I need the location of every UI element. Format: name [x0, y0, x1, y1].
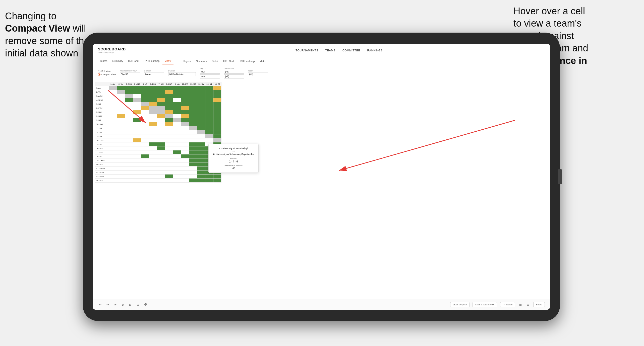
matrix-cell[interactable] [117, 170, 125, 175]
matrix-cell[interactable] [117, 130, 125, 134]
tab-h2h-heatmap1[interactable]: H2H Heatmap [142, 58, 161, 64]
matrix-cell[interactable] [213, 98, 221, 102]
zoom-in-icon[interactable]: ⊕ [121, 302, 125, 307]
compact-view-radio[interactable]: Compact View [98, 73, 116, 76]
matrix-cell[interactable] [157, 122, 165, 126]
matrix-cell[interactable] [189, 150, 197, 154]
zoom-reset-icon[interactable]: ⊡ [136, 302, 140, 307]
matrix-cell[interactable] [173, 126, 181, 130]
redo-button[interactable]: ↪ [105, 302, 110, 307]
matrix-cell[interactable] [133, 142, 141, 146]
matrix-cell[interactable] [173, 98, 181, 102]
matrix-cell[interactable] [173, 130, 181, 134]
matrix-cell[interactable] [173, 175, 181, 179]
matrix-cell[interactable] [165, 114, 173, 118]
matrix-cell[interactable] [109, 110, 117, 114]
matrix-cell[interactable] [173, 170, 181, 175]
matrix-cell[interactable] [205, 179, 213, 183]
matrix-cell[interactable] [173, 114, 181, 118]
matrix-cell[interactable] [133, 170, 141, 175]
nav-rankings[interactable]: RANKINGS [367, 48, 382, 53]
matrix-cell[interactable] [213, 110, 221, 114]
matrix-cell[interactable] [117, 110, 125, 114]
matrix-cell[interactable] [125, 175, 133, 179]
matrix-cell[interactable] [197, 114, 205, 118]
matrix-cell[interactable] [165, 179, 173, 183]
refresh-icon[interactable]: ⟳ [113, 302, 118, 307]
matrix-cell[interactable] [141, 90, 149, 94]
matrix-cell[interactable] [149, 154, 157, 158]
matrix-cell[interactable] [157, 175, 165, 179]
matrix-cell[interactable] [181, 106, 189, 110]
matrix-cell[interactable] [149, 158, 157, 162]
matrix-cell[interactable] [109, 98, 117, 102]
matrix-cell[interactable] [197, 90, 205, 94]
matrix-cell[interactable] [141, 134, 149, 138]
matrix-cell[interactable] [117, 150, 125, 154]
matrix-cell[interactable] [165, 118, 173, 122]
matrix-cell[interactable] [125, 142, 133, 146]
matrix-cell[interactable] [205, 110, 213, 114]
matrix-cell[interactable] [133, 98, 141, 102]
matrix-cell[interactable] [133, 158, 141, 162]
matrix-cell[interactable] [157, 98, 165, 102]
matrix-cell[interactable] [109, 102, 117, 106]
matrix-cell[interactable] [189, 154, 197, 158]
matrix-cell[interactable] [205, 114, 213, 118]
matrix-cell[interactable] [149, 162, 157, 166]
matrix-cell[interactable] [133, 90, 141, 94]
matrix-cell[interactable] [189, 98, 197, 102]
tab-matrix1[interactable]: Matrix [162, 58, 173, 64]
matrix-cell[interactable] [133, 166, 141, 170]
matrix-cell[interactable] [205, 126, 213, 130]
matrix-cell[interactable] [213, 179, 221, 183]
matrix-cell[interactable] [125, 118, 133, 122]
matrix-cell[interactable] [133, 138, 141, 142]
matrix-cell[interactable] [213, 102, 221, 106]
matrix-cell[interactable] [109, 138, 117, 142]
watch-button[interactable]: 👁 Watch [500, 302, 515, 307]
matrix-cell[interactable] [173, 142, 181, 146]
matrix-cell[interactable] [117, 146, 125, 150]
matrix-cell[interactable] [109, 130, 117, 134]
matrix-cell[interactable] [173, 94, 181, 98]
view-original-button[interactable]: View: Original [450, 302, 470, 307]
tab-h2h-heatmap2[interactable]: H2H Heatmap [237, 58, 257, 64]
matrix-cell[interactable] [181, 134, 189, 138]
matrix-cell[interactable] [109, 126, 117, 130]
matrix-cell[interactable] [189, 106, 197, 110]
matrix-cell[interactable] [133, 130, 141, 134]
matrix-cell[interactable] [109, 122, 117, 126]
matrix-cell[interactable] [141, 162, 149, 166]
matrix-cell[interactable] [189, 170, 197, 175]
matrix-cell[interactable] [165, 94, 173, 98]
matrix-cell[interactable] [141, 86, 149, 90]
matrix-cell[interactable] [141, 98, 149, 102]
matrix-cell[interactable] [109, 162, 117, 166]
matrix-cell[interactable] [141, 118, 149, 122]
matrix-cell[interactable] [213, 130, 221, 134]
matrix-cell[interactable] [165, 166, 173, 170]
matrix-cell[interactable] [117, 118, 125, 122]
matrix-cell[interactable] [157, 90, 165, 94]
matrix-cell[interactable] [157, 162, 165, 166]
matrix-cell[interactable] [133, 110, 141, 114]
matrix-cell[interactable] [125, 86, 133, 90]
matrix-cell[interactable] [125, 154, 133, 158]
matrix-cell[interactable] [117, 122, 125, 126]
matrix-cell[interactable] [109, 179, 117, 183]
matrix-cell[interactable] [133, 154, 141, 158]
matrix-cell[interactable] [157, 150, 165, 154]
matrix-cell[interactable] [149, 122, 157, 126]
matrix-cell[interactable] [165, 150, 173, 154]
matrix-cell[interactable] [173, 102, 181, 106]
matrix-cell[interactable] [157, 179, 165, 183]
matrix-cell[interactable] [117, 179, 125, 183]
matrix-cell[interactable] [189, 90, 197, 94]
matrix-cell[interactable] [189, 94, 197, 98]
matrix-cell[interactable] [165, 98, 173, 102]
matrix-cell[interactable] [173, 138, 181, 142]
matrix-cell[interactable] [141, 122, 149, 126]
matrix-cell[interactable] [189, 130, 197, 134]
matrix-cell[interactable] [181, 126, 189, 130]
